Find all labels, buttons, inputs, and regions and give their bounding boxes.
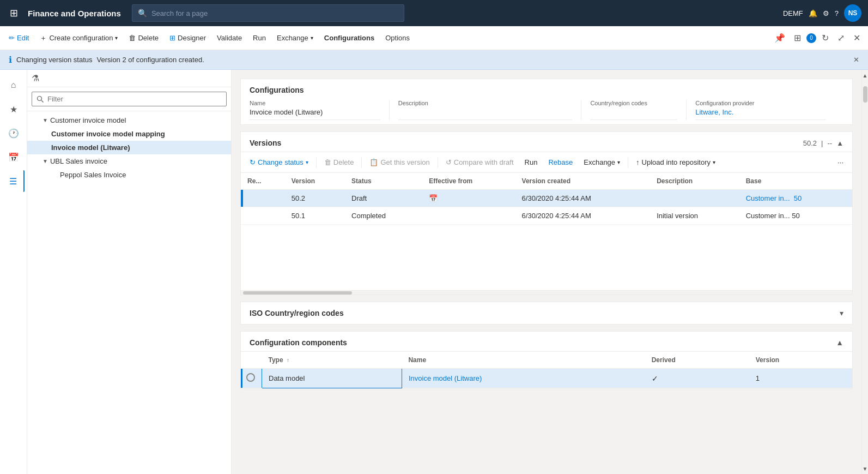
cell-status: Completed	[345, 207, 422, 225]
versions-table: Re... Version Status Effective from Vers…	[241, 173, 852, 225]
configurations-tab[interactable]: Configurations	[320, 31, 379, 45]
component-name-link[interactable]: Invoice model (Litware)	[409, 374, 482, 382]
search-box[interactable]: 🔍	[132, 4, 404, 22]
expand-icon[interactable]: ⤢	[834, 29, 848, 46]
versions-exchange-button[interactable]: Exchange ▾	[579, 155, 624, 169]
info-icon: ℹ	[9, 55, 12, 65]
description-value	[398, 108, 573, 120]
vertical-scrollbar[interactable]: ▲ ▼	[861, 70, 868, 474]
versions-collapse-icon[interactable]: ▲	[836, 139, 843, 147]
horizontal-scrollbar[interactable]	[241, 290, 852, 295]
config-country-field: Country/region codes	[590, 100, 687, 120]
star-icon[interactable]: ★	[3, 98, 25, 120]
cell-re	[241, 207, 285, 225]
run-button[interactable]: Run	[248, 31, 270, 45]
compare-icon: ↺	[446, 158, 452, 166]
tree-item-invoice-model-litware[interactable]: Invoice model (Litware)	[27, 141, 231, 154]
validate-button[interactable]: Validate	[213, 31, 246, 45]
designer-icon: ⊞	[169, 34, 175, 42]
edit-button[interactable]: ✏ Edit	[4, 31, 33, 45]
top-bar: ⊞ Finance and Operations 🔍 DEMF 🔔 ⚙ ? NS	[0, 0, 868, 26]
versions-run-button[interactable]: Run	[520, 155, 542, 169]
command-bar: ✏ Edit ＋ Create configuration ▾ 🗑 Delete…	[0, 26, 868, 50]
get-this-version-button[interactable]: 📋 Get this version	[365, 155, 434, 169]
avatar[interactable]: NS	[844, 4, 861, 22]
iso-section[interactable]: ISO Country/region codes ▾	[241, 302, 852, 324]
chevron-down-icon: ▾	[713, 159, 715, 165]
configurations-header: Configurations Name Invoice model (Litwa…	[241, 79, 852, 124]
tree-item-ubl-sales[interactable]: ▼ UBL Sales invoice	[27, 154, 231, 168]
chevron-down-icon[interactable]: ▾	[840, 309, 843, 317]
components-title: Configuration components	[250, 338, 347, 347]
change-status-button[interactable]: ↻ Change status ▾	[245, 155, 313, 169]
tree-content: ▼ Customer invoice model Customer invoic…	[27, 111, 231, 474]
version-separator: |	[821, 139, 823, 147]
chevron-up-icon[interactable]: ▲	[836, 338, 843, 347]
iso-title: ISO Country/region codes	[250, 309, 344, 317]
badge-icon[interactable]: 0	[806, 33, 816, 43]
cell-version: 50.1	[285, 207, 345, 225]
close-icon[interactable]: ✕	[850, 29, 864, 46]
list-icon[interactable]: ☰	[3, 170, 25, 192]
upload-into-repository-button[interactable]: ↑ Upload into repository ▾	[632, 155, 720, 169]
exchange-button[interactable]: Exchange ▾	[272, 31, 318, 45]
provider-label: Configuration provider	[695, 100, 826, 106]
options-button[interactable]: Options	[381, 31, 414, 45]
tree-item-peppol[interactable]: Peppol Sales Invoice	[27, 168, 231, 182]
notification-icon[interactable]: 🔔	[809, 9, 817, 17]
versions-table-wrap: Re... Version Status Effective from Vers…	[241, 173, 852, 295]
versions-delete-button[interactable]: 🗑 Delete	[320, 155, 359, 169]
tree-filter-input[interactable]	[32, 92, 227, 106]
user-label: DEMF	[783, 9, 803, 17]
versions-header-row: Re... Version Status Effective from Vers…	[241, 173, 852, 190]
radio-button[interactable]	[246, 373, 255, 382]
base-link[interactable]: Customer in...	[746, 194, 790, 202]
table-row[interactable]: 50.1 Completed 6/30/2020 4:25:44 AM Init…	[241, 207, 852, 225]
provider-value[interactable]: Litware, Inc.	[695, 108, 826, 120]
filter-icon[interactable]: ⚗	[32, 73, 39, 83]
search-icon: 🔍	[138, 9, 147, 17]
col-version: Version	[749, 352, 852, 369]
cell-version: 1	[749, 369, 852, 388]
delete-button[interactable]: 🗑 Delete	[124, 31, 163, 45]
rebase-button[interactable]: Rebase	[544, 155, 577, 169]
table-row[interactable]: Data model Invoice model (Litware) ✓ 1	[241, 369, 852, 388]
info-close-button[interactable]: ✕	[853, 56, 859, 64]
col-status: Status	[345, 173, 422, 190]
clock-icon[interactable]: 🕐	[3, 122, 25, 144]
calendar-icon[interactable]: 📅	[3, 146, 25, 168]
scroll-thumb[interactable]	[863, 86, 867, 103]
scroll-down-button[interactable]: ▼	[862, 463, 868, 474]
col-re: Re...	[241, 173, 285, 190]
cell-base: Customer in... 50	[739, 207, 852, 225]
tree-item-mapping[interactable]: Customer invoice model mapping	[27, 127, 231, 141]
more-options-button[interactable]: ···	[833, 155, 848, 169]
scroll-up-button[interactable]: ▲	[862, 70, 868, 81]
versions-table-head: Re... Version Status Effective from Vers…	[241, 173, 852, 190]
table-row[interactable]: 50.2 Draft 📅 6/30/2020 4:25:44 AM Custom…	[241, 190, 852, 207]
help-icon[interactable]: ?	[835, 9, 839, 17]
grid-icon[interactable]: ⊞	[791, 29, 804, 46]
waffle-icon[interactable]: ⊞	[7, 4, 21, 22]
content-panel: Configurations Name Invoice model (Litwa…	[232, 70, 861, 474]
refresh-icon[interactable]: ↻	[818, 29, 832, 46]
tree-item-customer-invoice-model[interactable]: ▼ Customer invoice model	[27, 113, 231, 127]
col-version-created: Version created	[515, 173, 651, 190]
scroll-track[interactable]	[862, 81, 868, 463]
cell-status: Draft	[345, 190, 422, 207]
designer-button[interactable]: ⊞ Designer	[165, 31, 210, 45]
col-name: Name	[402, 352, 645, 369]
col-radio	[241, 352, 262, 369]
compare-with-draft-button[interactable]: ↺ Compare with draft	[441, 155, 518, 169]
base-num-link[interactable]: 50	[794, 194, 802, 202]
cmd-right-group: 📌 ⊞ 0 ↻ ⤢ ✕	[771, 29, 864, 46]
pin-icon[interactable]: 📌	[771, 29, 788, 46]
app-title: Finance and Operations	[28, 9, 121, 18]
create-configuration-button[interactable]: ＋ Create configuration ▾	[35, 30, 122, 46]
calendar-icon[interactable]: 📅	[429, 194, 438, 202]
home-icon[interactable]: ⌂	[3, 74, 25, 96]
search-input[interactable]	[151, 9, 398, 17]
settings-icon[interactable]: ⚙	[823, 9, 829, 17]
sort-icon[interactable]: ↑	[287, 357, 289, 363]
scroll-thumb[interactable]	[243, 291, 352, 295]
